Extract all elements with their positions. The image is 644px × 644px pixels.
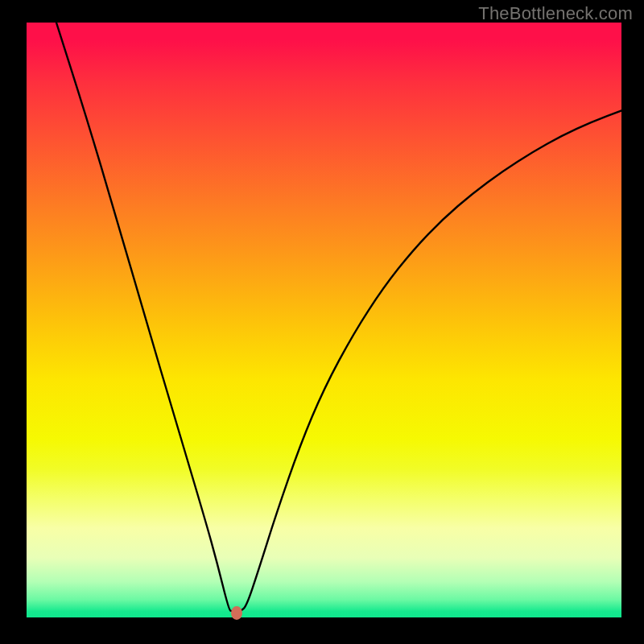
- curve-canvas: [27, 23, 621, 617]
- watermark-text: TheBottleneck.com: [478, 3, 633, 24]
- minimum-marker: [231, 606, 242, 620]
- chart-frame: TheBottleneck.com: [0, 0, 644, 644]
